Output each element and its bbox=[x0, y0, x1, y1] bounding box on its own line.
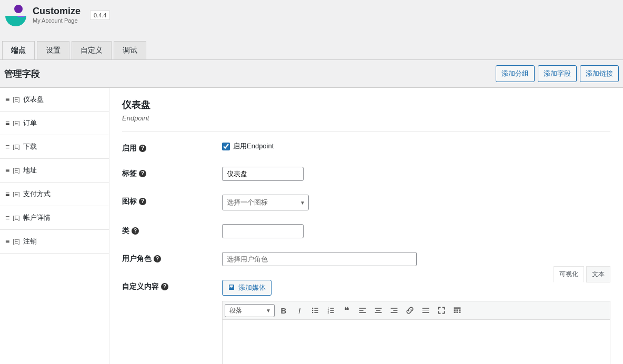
svg-rect-18 bbox=[375, 312, 382, 313]
sidebar: ≡ [E] 仪表盘 ≡ [E] 订单 ≡ [E] 下载 ≡ [E] 地址 ≡ [… bbox=[0, 88, 109, 364]
svg-point-5 bbox=[312, 312, 313, 313]
toolbar-toggle-icon[interactable] bbox=[450, 304, 464, 317]
drag-handle-icon[interactable]: ≡ bbox=[5, 166, 9, 175]
sidebar-item-logout[interactable]: ≡ [E] 注销 bbox=[0, 230, 109, 254]
class-label: 类 bbox=[122, 226, 129, 236]
tab-endpoints[interactable]: 端点 bbox=[2, 41, 35, 59]
help-icon[interactable]: ? bbox=[161, 283, 168, 290]
svg-rect-22 bbox=[423, 308, 429, 309]
editor-tab-visual[interactable]: 可视化 bbox=[554, 266, 584, 282]
sidebar-item-addresses[interactable]: ≡ [E] 地址 bbox=[0, 159, 109, 183]
enable-label: 启用 bbox=[122, 144, 137, 153]
svg-rect-12 bbox=[330, 312, 334, 313]
rte-content-area[interactable] bbox=[222, 320, 610, 364]
main-tab-bar: 端点 设置 自定义 调试 bbox=[0, 41, 623, 59]
add-link-button[interactable]: 添加链接 bbox=[580, 65, 619, 82]
svg-rect-24 bbox=[423, 312, 429, 313]
svg-rect-25 bbox=[454, 307, 461, 308]
drag-handle-icon[interactable]: ≡ bbox=[5, 190, 9, 198]
icon-select[interactable]: 选择一个图标 ▼ bbox=[222, 195, 309, 210]
sidebar-item-downloads[interactable]: ≡ [E] 下载 bbox=[0, 135, 109, 159]
align-center-icon[interactable] bbox=[371, 304, 385, 317]
italic-icon[interactable]: I bbox=[293, 304, 306, 317]
svg-rect-19 bbox=[391, 308, 398, 309]
sidebar-item-payment-methods[interactable]: ≡ [E] 支付方式 bbox=[0, 183, 109, 206]
drag-handle-icon[interactable]: ≡ bbox=[5, 214, 9, 222]
add-field-button[interactable]: 添加字段 bbox=[538, 65, 577, 82]
svg-rect-4 bbox=[314, 310, 318, 311]
blockquote-icon[interactable]: ❝ bbox=[340, 304, 354, 317]
align-right-icon[interactable] bbox=[387, 304, 401, 317]
drag-handle-icon[interactable]: ≡ bbox=[5, 119, 9, 127]
chevron-down-icon: ▼ bbox=[300, 200, 305, 206]
sidebar-item-prefix: [E] bbox=[13, 120, 19, 126]
icon-label: 图标 bbox=[122, 197, 137, 206]
brand-logo: Customize My Account Page 0.4.4 bbox=[3, 4, 110, 26]
drag-handle-icon[interactable]: ≡ bbox=[5, 237, 9, 246]
svg-rect-20 bbox=[393, 310, 397, 311]
brand-text: Customize My Account Page bbox=[33, 6, 81, 25]
svg-point-1 bbox=[312, 308, 313, 309]
sidebar-item-label: 仪表盘 bbox=[23, 95, 44, 104]
svg-rect-10 bbox=[330, 310, 334, 311]
sidebar-item-prefix: [E] bbox=[13, 215, 19, 221]
sidebar-item-label: 下载 bbox=[23, 142, 37, 151]
brand-title: Customize bbox=[33, 6, 81, 17]
sidebar-item-prefix: [E] bbox=[13, 191, 19, 197]
drag-handle-icon[interactable]: ≡ bbox=[5, 143, 9, 151]
help-icon[interactable]: ? bbox=[154, 255, 161, 262]
fullscreen-icon[interactable] bbox=[435, 304, 448, 317]
tag-input[interactable] bbox=[222, 167, 304, 181]
panel-actions: 添加分组 添加字段 添加链接 bbox=[496, 65, 619, 82]
sidebar-item-label: 注销 bbox=[23, 237, 37, 246]
editor-tab-text[interactable]: 文本 bbox=[586, 266, 610, 282]
sidebar-item-account-details[interactable]: ≡ [E] 帐户详情 bbox=[0, 206, 109, 230]
tag-label: 标签 bbox=[122, 169, 137, 178]
brand-subtitle: My Account Page bbox=[33, 17, 78, 24]
align-left-icon[interactable] bbox=[356, 304, 369, 317]
add-media-button[interactable]: 添加媒体 bbox=[222, 280, 272, 296]
user-role-input[interactable] bbox=[222, 252, 417, 266]
sidebar-item-dashboard[interactable]: ≡ [E] 仪表盘 bbox=[0, 88, 109, 112]
svg-rect-13 bbox=[359, 308, 366, 309]
panel-heading: 管理字段 bbox=[4, 68, 40, 80]
tab-debug[interactable]: 调试 bbox=[114, 41, 146, 59]
add-group-button[interactable]: 添加分组 bbox=[496, 65, 535, 82]
enable-checkbox-label: 启用Endpoint bbox=[233, 141, 274, 151]
tab-settings[interactable]: 设置 bbox=[37, 41, 69, 59]
svg-rect-31 bbox=[459, 311, 460, 312]
help-icon[interactable]: ? bbox=[139, 145, 146, 152]
svg-rect-29 bbox=[454, 311, 456, 312]
help-icon[interactable]: ? bbox=[139, 170, 146, 177]
numbered-list-icon[interactable]: 123 bbox=[324, 304, 338, 317]
rte-toolbar: 段落 ▼ B I 123 ❝ bbox=[222, 301, 610, 320]
help-icon[interactable]: ? bbox=[139, 198, 146, 205]
chevron-down-icon: ▼ bbox=[266, 308, 271, 314]
drag-handle-icon[interactable]: ≡ bbox=[5, 95, 9, 104]
editor-subtitle: Endpoint bbox=[122, 114, 610, 122]
svg-rect-21 bbox=[391, 312, 398, 313]
svg-rect-27 bbox=[456, 309, 458, 310]
svg-rect-30 bbox=[456, 311, 458, 312]
rte-format-select[interactable]: 段落 ▼ bbox=[225, 304, 275, 317]
bold-icon[interactable]: B bbox=[277, 304, 290, 317]
editor-header: 仪表盘 Endpoint bbox=[122, 98, 610, 122]
bullet-list-icon[interactable] bbox=[308, 304, 322, 317]
svg-rect-15 bbox=[359, 312, 366, 313]
sidebar-item-label: 订单 bbox=[23, 118, 37, 128]
sidebar-item-orders[interactable]: ≡ [E] 订单 bbox=[0, 112, 109, 135]
rte-format-value: 段落 bbox=[229, 307, 242, 314]
sidebar-item-prefix: [E] bbox=[13, 238, 19, 245]
link-icon[interactable] bbox=[403, 304, 417, 317]
sidebar-item-prefix: [E] bbox=[13, 167, 19, 174]
class-input[interactable] bbox=[222, 224, 304, 238]
enable-endpoint-checkbox[interactable] bbox=[222, 143, 230, 150]
insert-more-icon[interactable] bbox=[419, 304, 433, 317]
svg-text:3: 3 bbox=[328, 311, 329, 314]
svg-rect-23 bbox=[423, 310, 429, 311]
panel-headline: 管理字段 添加分组 添加字段 添加链接 bbox=[0, 59, 623, 87]
brand-logo-icon bbox=[3, 4, 28, 26]
help-icon[interactable]: ? bbox=[132, 227, 139, 235]
tab-custom[interactable]: 自定义 bbox=[72, 41, 112, 59]
svg-rect-17 bbox=[376, 310, 380, 311]
